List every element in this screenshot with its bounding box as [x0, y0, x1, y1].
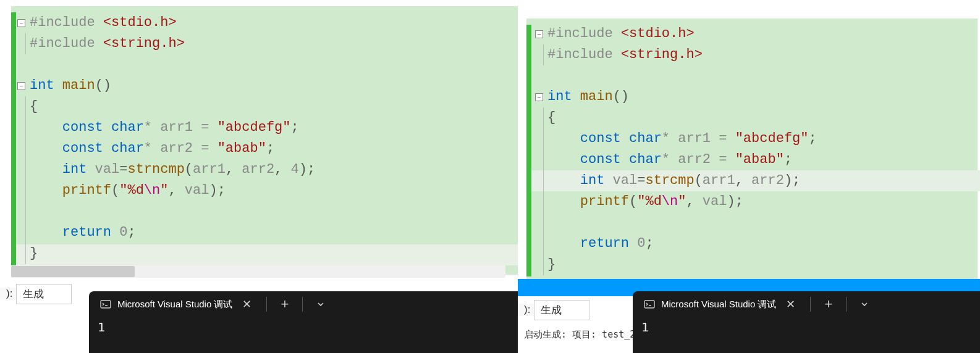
scrollbar-thumb[interactable]: [11, 266, 135, 277]
preprocessor: #include: [30, 15, 103, 30]
debug-console[interactable]: Microsoft Visual Studio 调试 ✕ + 1: [633, 291, 980, 353]
terminal-title: Microsoft Visual Studio 调试: [661, 299, 776, 310]
terminal-icon: [644, 299, 655, 310]
terminal-titlebar[interactable]: Microsoft Visual Studio 调试 ✕ +: [89, 291, 518, 317]
fold-toggle[interactable]: −: [17, 19, 25, 27]
new-tab-button[interactable]: +: [272, 294, 297, 315]
chevron-down-icon[interactable]: [851, 297, 877, 311]
function-call: strncmp: [127, 162, 184, 177]
fold-toggle[interactable]: −: [535, 30, 543, 38]
left-pane: − #include <stdio.h> #include <string.h>…: [0, 0, 518, 353]
code-area[interactable]: − #include <stdio.h> #include <string.h>…: [0, 6, 315, 264]
function-call: strcmp: [645, 173, 694, 188]
change-bar: [11, 12, 16, 265]
close-brace: }: [30, 243, 38, 264]
output-prefix: ):: [518, 304, 534, 316]
horizontal-scrollbar[interactable]: [11, 265, 505, 278]
change-bar: [526, 25, 531, 276]
build-output-text: 启动生成: 项目: test_2_: [518, 329, 641, 341]
debug-console[interactable]: Microsoft Visual Studio 调试 ✕ + 1: [89, 291, 518, 353]
include-file: <string.h>: [103, 36, 185, 51]
output-source-dropdown[interactable]: 生成: [534, 300, 589, 320]
fold-line: [25, 33, 26, 54]
svg-rect-2: [644, 301, 654, 308]
close-icon[interactable]: ✕: [239, 296, 255, 312]
keyword: int: [30, 78, 54, 93]
close-icon[interactable]: ✕: [782, 296, 799, 312]
terminal-tab[interactable]: Microsoft Visual Studio 调试 ✕: [638, 294, 805, 315]
include-file: <stdio.h>: [103, 15, 177, 30]
terminal-icon: [100, 299, 111, 310]
fold-toggle[interactable]: −: [17, 82, 25, 90]
fold-toggle[interactable]: −: [535, 93, 543, 101]
terminal-title: Microsoft Visual Studio 调试: [117, 299, 232, 310]
svg-rect-0: [101, 301, 111, 308]
chevron-down-icon[interactable]: [308, 297, 334, 311]
terminal-output[interactable]: 1: [89, 317, 518, 337]
function-name: main: [54, 78, 95, 93]
preprocessor: #include: [30, 36, 103, 51]
code-area[interactable]: − #include <stdio.h> #include <string.h>…: [518, 17, 817, 275]
function-call: printf: [62, 183, 111, 198]
output-source-dropdown[interactable]: 生成: [16, 284, 72, 304]
terminal-tab[interactable]: Microsoft Visual Studio 调试 ✕: [94, 294, 261, 315]
open-brace: {: [30, 96, 38, 117]
terminal-output[interactable]: 1: [633, 317, 980, 337]
terminal-titlebar[interactable]: Microsoft Visual Studio 调试 ✕ +: [633, 291, 980, 317]
right-pane: − #include <stdio.h> #include <string.h>…: [518, 0, 980, 353]
new-tab-button[interactable]: +: [816, 294, 841, 315]
output-prefix: ):: [0, 288, 16, 300]
